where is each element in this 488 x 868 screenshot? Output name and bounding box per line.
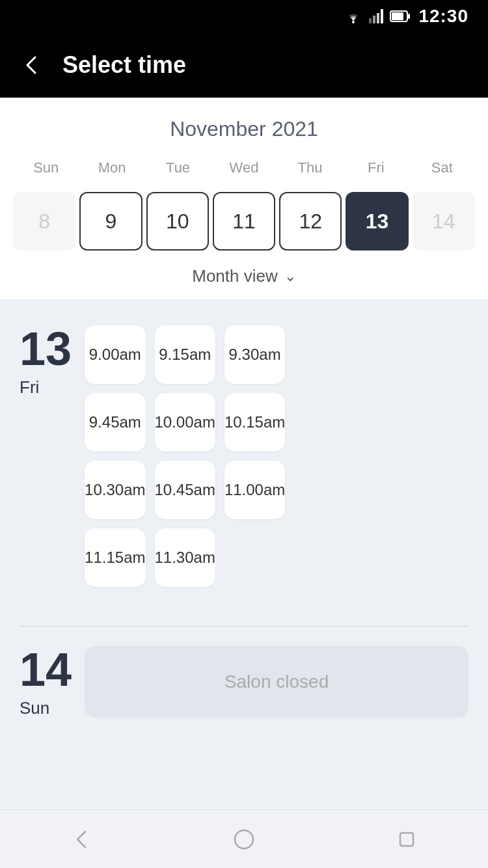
weekday-sun: Sun	[13, 154, 79, 182]
weekday-sat: Sat	[409, 154, 475, 182]
day-11[interactable]: 11	[213, 192, 275, 251]
calendar-section: November 2021 Sun Mon Tue Wed Thu Fri Sa…	[0, 98, 488, 299]
day-14-name: Sun	[20, 698, 72, 718]
day-13-number: 13	[20, 325, 72, 372]
month-view-label: Month view	[192, 266, 278, 286]
day-13-name: Fri	[20, 377, 72, 398]
page-title: Select time	[62, 51, 186, 79]
day-9[interactable]: 9	[79, 192, 142, 251]
bottom-nav	[0, 809, 488, 868]
svg-rect-3	[377, 13, 379, 23]
nav-back-button[interactable]	[62, 820, 101, 859]
section-divider	[20, 626, 468, 627]
status-bar: 12:30	[0, 0, 488, 33]
day-14-number: 14	[20, 646, 72, 693]
svg-point-0	[352, 21, 355, 23]
day-13[interactable]: 13	[346, 192, 408, 251]
day-14[interactable]: 14	[413, 192, 475, 251]
day-8[interactable]: 8	[13, 192, 75, 251]
day-13-header: 13 Fri 9.00am 9.15am 9.30am 9.45am 10.00…	[20, 325, 468, 587]
slot-1100am[interactable]: 11.00am	[224, 461, 285, 519]
battery-icon	[390, 10, 411, 22]
weekday-wed: Wed	[211, 154, 277, 182]
slot-915am[interactable]: 9.15am	[155, 325, 215, 384]
weekday-thu: Thu	[277, 154, 343, 182]
slot-1115am[interactable]: 11.15am	[85, 528, 145, 587]
slot-945am[interactable]: 9.45am	[85, 393, 145, 452]
svg-rect-1	[369, 18, 372, 23]
slot-900am[interactable]: 9.00am	[85, 325, 145, 384]
day-10[interactable]: 10	[146, 192, 209, 251]
svg-point-8	[235, 830, 253, 848]
day-14-content: 14 Sun Salon closed	[20, 646, 468, 718]
slot-930am[interactable]: 9.30am	[224, 325, 285, 384]
weekday-mon: Mon	[79, 154, 144, 182]
chevron-down-icon: ⌄	[284, 268, 296, 285]
status-icons	[344, 9, 411, 23]
day-13-info: 13 Fri	[20, 325, 72, 398]
svg-rect-4	[381, 9, 383, 23]
day-section-13: 13 Fri 9.00am 9.15am 9.30am 9.45am 10.00…	[0, 312, 488, 619]
salon-closed-label: Salon closed	[224, 671, 329, 692]
weekday-tue: Tue	[145, 154, 211, 182]
nav-recent-button[interactable]	[387, 820, 426, 859]
signal-icon	[369, 9, 383, 23]
svg-rect-9	[400, 833, 413, 846]
slot-1000am[interactable]: 10.00am	[155, 393, 215, 452]
month-year-title: November 2021	[13, 117, 475, 141]
slot-1130am[interactable]: 11.30am	[155, 528, 215, 587]
svg-rect-2	[373, 16, 375, 23]
month-view-toggle[interactable]: Month view ⌄	[13, 254, 475, 299]
weekday-fri: Fri	[343, 154, 409, 182]
slot-1045am[interactable]: 10.45am	[155, 461, 215, 519]
time-slots-grid-13: 9.00am 9.15am 9.30am 9.45am 10.00am 10.1…	[85, 325, 285, 587]
day-section-14: 14 Sun Salon closed	[0, 633, 488, 738]
nav-home-button[interactable]	[224, 820, 264, 859]
slot-1030am[interactable]: 10.30am	[85, 461, 145, 519]
content-area: 13 Fri 9.00am 9.15am 9.30am 9.45am 10.00…	[0, 299, 488, 809]
weekdays-row: Sun Mon Tue Wed Thu Fri Sat	[13, 154, 475, 182]
day-12[interactable]: 12	[279, 192, 342, 251]
day-14-info: 14 Sun	[20, 646, 72, 718]
salon-closed-box: Salon closed	[85, 646, 468, 718]
status-time: 12:30	[418, 6, 468, 27]
svg-rect-6	[392, 12, 403, 20]
app-header: Select time	[0, 33, 488, 98]
svg-rect-7	[408, 14, 410, 19]
slot-1015am[interactable]: 10.15am	[224, 393, 285, 452]
days-row: 8 9 10 11 12 13 14	[13, 188, 475, 254]
wifi-icon	[344, 9, 362, 23]
back-button[interactable]	[20, 53, 43, 77]
